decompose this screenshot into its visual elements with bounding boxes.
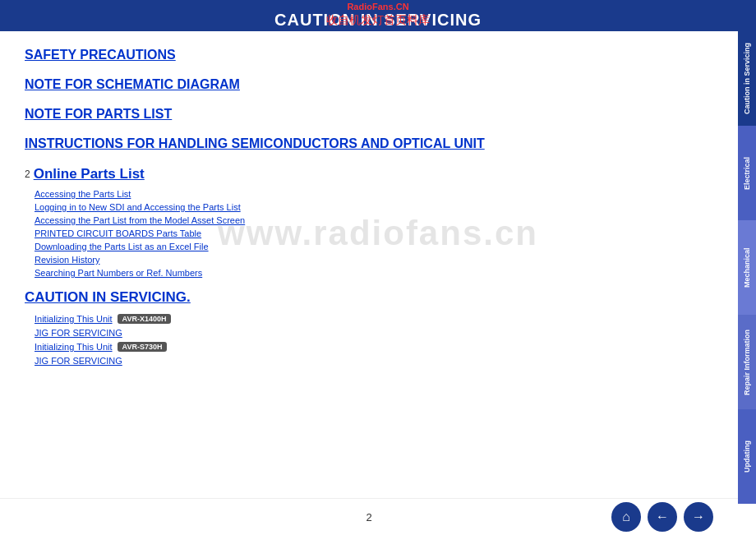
caution-item-3: JIG FOR SERVICING — [35, 356, 713, 366]
sub-link-1[interactable]: Logging in to New SDI and Accessing the … — [35, 202, 713, 212]
sidebar-tab-electrical[interactable]: Electrical — [738, 126, 756, 220]
sub-link-2[interactable]: Accessing the Part List from the Model A… — [35, 215, 713, 225]
sub-link-0[interactable]: Accessing the Parts List — [35, 189, 713, 199]
back-icon: ← — [656, 510, 669, 524]
semiconductors-link[interactable]: INSTRUCTIONS FOR HANDLING SEMICONDUCTORS… — [25, 136, 713, 151]
sub-link-6[interactable]: Searching Part Numbers or Ref. Numbers — [35, 268, 713, 278]
sidebar-tab-repair[interactable]: Repair Information — [738, 315, 756, 409]
caution-link-2[interactable]: Initializing This Unit — [35, 342, 113, 352]
online-parts-list-link[interactable]: Online Parts List — [34, 166, 145, 182]
back-button[interactable]: ← — [648, 502, 677, 532]
sidebar-tab-caution-label: Caution in Servicing — [743, 43, 751, 114]
parts-link[interactable]: NOTE FOR PARTS LIST — [25, 107, 713, 122]
caution-badge-0: AVR-X1400H — [118, 314, 172, 324]
sidebar-tab-caution[interactable]: Caution in Servicing — [738, 31, 756, 126]
main-content: SAFETY PRECAUTIONS NOTE FOR SCHEMATIC DI… — [0, 31, 738, 378]
header-bar: RadioFans.CN CAUTION IN SERVICING 收自机发灯首… — [0, 0, 756, 31]
sub-link-4[interactable]: Downloading the Parts List as an Excel F… — [35, 242, 713, 251]
sub-links-container: Accessing the Parts List Logging in to N… — [35, 189, 713, 278]
sidebar-tabs: Caution in Servicing Electrical Mechanic… — [738, 31, 756, 504]
sub-link-3[interactable]: PRINTED CIRCUIT BOARDS Parts Table — [35, 228, 713, 238]
caution-item-2: Initializing This Unit AVR-S730H — [35, 342, 713, 352]
sidebar-tab-mechanical[interactable]: Mechanical — [738, 220, 756, 315]
sidebar-tab-updating[interactable]: Updating — [738, 409, 756, 504]
caution-item-1: JIG FOR SERVICING — [35, 328, 713, 338]
online-parts-list-heading: 2 Online Parts List — [25, 166, 713, 182]
bottom-bar: 2 ⌂ ← → — [0, 498, 738, 535]
home-button[interactable]: ⌂ — [611, 502, 641, 532]
parts-list-icon: 2 — [25, 168, 30, 180]
caution-badge-2: AVR-S730H — [118, 342, 168, 352]
nav-buttons: ⌂ ← → — [611, 502, 713, 532]
schematic-link[interactable]: NOTE FOR SCHEMATIC DIAGRAM — [25, 77, 713, 92]
caution-link-1[interactable]: JIG FOR SERVICING — [35, 328, 122, 338]
sidebar-tab-updating-label: Updating — [743, 440, 751, 473]
home-icon: ⌂ — [622, 510, 630, 524]
page-number: 2 — [366, 511, 371, 523]
forward-icon: → — [692, 510, 705, 524]
safety-link[interactable]: SAFETY PRECAUTIONS — [25, 48, 713, 62]
sidebar-tab-electrical-label: Electrical — [743, 156, 751, 189]
caution-item-0: Initializing This Unit AVR-X1400H — [35, 314, 713, 324]
watermark-top: RadioFans.CN — [347, 2, 408, 12]
header-subtitle: 收自机发灯首页料库 — [326, 13, 430, 28]
forward-button[interactable]: → — [684, 502, 713, 532]
caution-section-heading[interactable]: CAUTION IN SERVICING. — [25, 289, 713, 306]
sub-link-5[interactable]: Revision History — [35, 255, 713, 265]
caution-link-3[interactable]: JIG FOR SERVICING — [35, 356, 122, 366]
sidebar-tab-repair-label: Repair Information — [743, 330, 751, 395]
caution-link-0[interactable]: Initializing This Unit — [35, 314, 113, 324]
sidebar-tab-mechanical-label: Mechanical — [743, 247, 751, 288]
